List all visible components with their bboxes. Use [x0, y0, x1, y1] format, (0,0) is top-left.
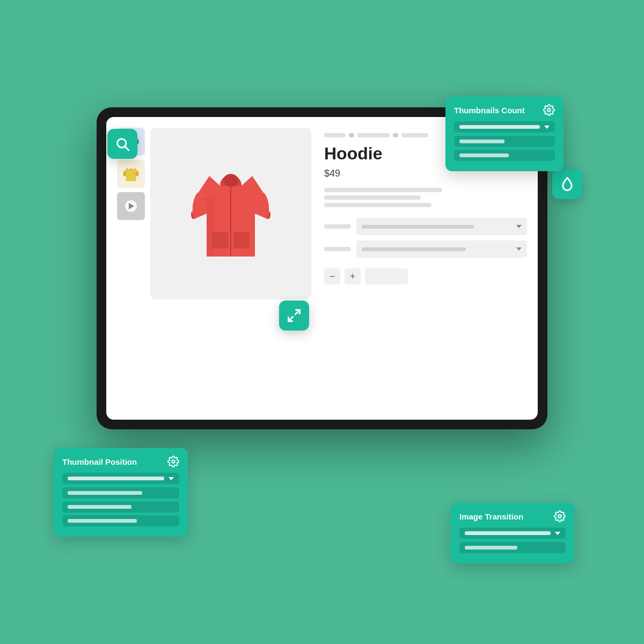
- option-bar-1: [459, 140, 504, 143]
- panel-title-thumbs-count: Thumbnails Count: [454, 106, 525, 115]
- thumbnail-video[interactable]: [117, 192, 145, 220]
- thumbs-count-option-2[interactable]: [454, 150, 555, 161]
- main-product-image: [150, 128, 311, 299]
- qty-plus-button[interactable]: +: [345, 268, 361, 284]
- play-triangle-icon: [129, 203, 134, 209]
- img-transition-option-1[interactable]: [459, 542, 566, 553]
- imgtrans-option-bar-1: [465, 546, 517, 550]
- variant-label-2: [324, 247, 351, 251]
- variant-row-1: [324, 218, 527, 235]
- qty-value: [365, 268, 408, 284]
- qty-minus-button[interactable]: −: [324, 268, 340, 284]
- panel-header-thumb-pos: Thumbnail Position: [62, 456, 179, 467]
- thumb-pos-option-3[interactable]: [62, 515, 179, 526]
- search-button[interactable]: [107, 129, 137, 159]
- gear-icon-thumbs-count[interactable]: [543, 104, 555, 116]
- thumbpos-option-bar-2: [68, 505, 131, 509]
- thumbpos-option-bar-1: [68, 491, 142, 495]
- thumbnail-position-panel: Thumbnail Position: [54, 448, 188, 537]
- product-gallery: [117, 128, 311, 409]
- expand-button[interactable]: [279, 301, 309, 331]
- desc-bar-3: [324, 203, 431, 207]
- breadcrumb-bar-2: [357, 133, 390, 137]
- thumbpos-option-bar-3: [68, 519, 137, 523]
- img-transition-dropdown[interactable]: [459, 528, 566, 539]
- select-bar-2: [362, 247, 466, 251]
- chevron-down-icon-thumbpos: [169, 477, 174, 480]
- desc-bar-2: [324, 195, 421, 200]
- thumb-pos-dropdown[interactable]: [62, 473, 179, 484]
- thumb-pos-option-1[interactable]: [62, 487, 179, 499]
- variant-select-2[interactable]: [356, 240, 527, 258]
- thumbnail-list: [117, 128, 145, 409]
- breadcrumb-bar-3: [401, 133, 428, 137]
- gear-icon-img-transition[interactable]: [554, 510, 566, 522]
- chevron-down-icon-imgtrans: [555, 532, 560, 535]
- select-bar-1: [362, 225, 474, 229]
- variant-selectors: [324, 218, 527, 258]
- expand-icon: [287, 308, 302, 323]
- hoodie-illustration: [177, 149, 284, 278]
- desc-bar-1: [324, 188, 442, 192]
- svg-point-0: [223, 174, 238, 187]
- panel-title-img-transition: Image Transition: [459, 512, 523, 521]
- search-icon: [115, 136, 130, 151]
- breadcrumb-separator-2: [393, 133, 398, 137]
- panel-title-thumb-pos: Thumbnail Position: [62, 457, 137, 466]
- chevron-down-icon-2: [516, 247, 522, 251]
- thumbs-count-selected-bar: [459, 125, 540, 129]
- thumb-pos-option-2[interactable]: [62, 501, 179, 513]
- quantity-row: − +: [324, 268, 527, 284]
- image-transition-panel: Image Transition: [451, 503, 574, 564]
- variant-row-2: [324, 240, 527, 258]
- svg-point-8: [558, 515, 561, 518]
- variant-select-1[interactable]: [356, 218, 527, 235]
- svg-line-3: [125, 147, 128, 150]
- chevron-down-icon-thumbs: [544, 126, 550, 129]
- thumbs-count-option-1[interactable]: [454, 136, 555, 147]
- panel-header-img-transition: Image Transition: [459, 510, 566, 522]
- play-button[interactable]: [125, 200, 137, 212]
- breadcrumb-separator: [349, 133, 354, 137]
- thumbnails-count-panel: Thumbnails Count: [445, 97, 564, 171]
- description-bars: [324, 188, 527, 207]
- img-transition-selected-bar: [465, 531, 551, 535]
- water-drop-icon: [560, 177, 575, 192]
- thumb-pos-selected-bar: [68, 477, 164, 480]
- gear-icon-thumb-pos[interactable]: [167, 456, 179, 467]
- svg-point-7: [172, 460, 175, 463]
- option-bar-2: [459, 153, 509, 157]
- panel-header-thumbs-count: Thumbnails Count: [454, 104, 555, 116]
- svg-point-6: [547, 108, 551, 112]
- scene: Hoodie $49: [64, 64, 580, 580]
- chevron-down-icon-1: [516, 225, 522, 228]
- thumbs-count-dropdown[interactable]: [454, 121, 555, 133]
- breadcrumb-bar-1: [324, 133, 346, 137]
- variant-label-1: [324, 224, 351, 229]
- water-drop-button[interactable]: [552, 169, 582, 199]
- thumbnail-yellow[interactable]: [117, 160, 145, 188]
